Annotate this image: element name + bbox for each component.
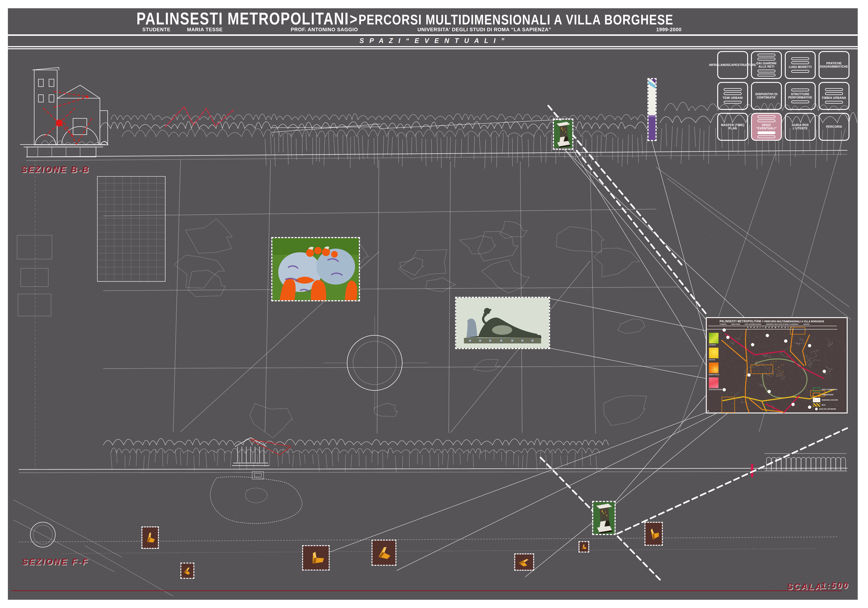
card-label: STRUTTURE PERFORMATIVE <box>787 93 813 99</box>
white-node-swatch <box>815 408 818 410</box>
legend-nodi-network: NODI DEL NETWORK <box>813 408 846 410</box>
index-card-pratiche-diagrammatiche: PRATICHE DIAGRAMMATICHE <box>818 51 849 79</box>
inset-banner: S P A Z I “ E V E N T U A L I ” <box>719 327 823 329</box>
index-card-luigi-moretti: LUIGI MORETTI <box>785 51 816 79</box>
credits-university: UNIVERSITA' DEGLI STUDI DI ROMA “LA SAPI… <box>417 27 551 33</box>
card-label: DISPOSITIVI DI CONTINUITA' <box>753 93 780 99</box>
festa-swatch <box>709 347 719 358</box>
card-label: LUIGI MORETTI <box>789 65 812 69</box>
card-pill <box>791 61 809 64</box>
golden-avatar-tile <box>302 545 330 571</box>
didattica-swatch <box>709 363 719 373</box>
index-card-percorsi: PERCORSI <box>818 113 849 141</box>
section-bb-label: SEZIONE B-B <box>21 164 90 174</box>
card-pill <box>758 135 775 138</box>
scale-value: 1:500 <box>821 580 849 590</box>
dotted-tile-swatch <box>813 398 820 402</box>
card-pill <box>791 57 809 60</box>
title-sub: PERCORSI MULTIDIMENSIONALI A VILLA BORGH… <box>358 12 674 27</box>
index-card-master-time-plan: MASTER [TIME] PLAN <box>717 113 748 141</box>
inset-rule2 <box>707 329 837 329</box>
esposizione-swatch <box>709 377 719 388</box>
green-outline-swatch <box>813 388 820 392</box>
scale-label: SCALA <box>787 582 823 591</box>
orange-outline-swatch <box>813 392 820 397</box>
card-pill <box>825 88 843 91</box>
banner-title: S P A Z I “ E V E N T U A L I ” <box>8 37 858 45</box>
title-main: PALINSESTI METROPOLITANI <box>136 9 349 28</box>
card-pill <box>758 115 775 118</box>
gradient-totem-photo <box>648 78 657 141</box>
legend-windows-avatars: WINDOWS AVATARS <box>813 398 846 402</box>
presentation-board-page: PALINSESTI METROPOLITANI > PERCORSI MULT… <box>0 0 868 608</box>
card-label: GUIDA PER L'UTENTE <box>787 124 813 130</box>
card-label: INFRALANDSCAPESTRUCTURE <box>709 64 756 67</box>
index-card-temi-urbani: TEMI URBANI <box>717 82 748 110</box>
card-label: MASTER [TIME] PLAN <box>719 124 746 130</box>
card-label: FIBBIA URBANA <box>822 96 846 99</box>
scale-underline <box>12 590 842 591</box>
legend-item-didattica: DIDATTICA <box>709 363 721 375</box>
index-card-guida-per-l-utente: GUIDA PER L'UTENTE <box>785 113 816 141</box>
card-pill <box>724 88 742 91</box>
section-bb-drawing <box>17 62 108 168</box>
card-pill <box>791 88 809 92</box>
card-pill <box>791 70 809 73</box>
index-card-dispositivi-di-continuita-: DISPOSITIVI DI CONTINUITA' <box>751 82 782 110</box>
card-label: TEMI URBANI <box>722 96 742 99</box>
golden-avatar-tile <box>180 563 194 579</box>
golden-avatar-tile <box>578 541 589 552</box>
card-pill <box>724 92 742 95</box>
inset-legend-themes: CORPO FESTA DIDATTICA ESPOSIZIONE <box>709 333 721 392</box>
golden-avatar-tile <box>141 526 159 549</box>
legend-item-corpo: CORPO <box>709 333 721 346</box>
legend-connessioni: CONNESSIONI <box>813 392 846 397</box>
inset-map-title: PALINSESTI METROPOLITANI > PERCORSI MULT… <box>719 320 824 323</box>
legend-rete-connettiva: RETE CONNETTIVA <box>813 388 846 392</box>
card-label: DAI GIARDINI ALLE RETI <box>753 62 780 68</box>
title-band: PALINSESTI METROPOLITANI > PERCORSI MULT… <box>8 8 858 34</box>
credits-year: 1999-2000 <box>656 27 682 33</box>
festival-crowd-photo <box>271 237 360 301</box>
card-label: SPAZI “EVENTUALI” <box>753 124 780 130</box>
card-pill <box>825 92 843 95</box>
poster: PALINSESTI METROPOLITANI > PERCORSI MULT… <box>8 8 858 600</box>
index-card-dai-giardini-alle-reti: DAI GIARDINI ALLE RETI <box>751 51 782 79</box>
card-pill <box>724 101 742 104</box>
page-title: PALINSESTI METROPOLITANI > PERCORSI MULT… <box>136 9 674 28</box>
north-label: N <box>707 410 709 412</box>
banner-rule-top <box>8 46 858 47</box>
banner-rule-bottom <box>8 48 858 49</box>
info-kiosk-photo-bottom <box>592 501 615 535</box>
credits-studente-name: MARIA TESSE <box>187 27 223 33</box>
legend-box: BOX <box>813 403 846 406</box>
title-arrow-icon: > <box>350 10 358 28</box>
legend-item-esposizione: ESPOSIZIONE <box>709 377 721 391</box>
inset-rule <box>708 326 837 326</box>
section-ff-label: SEZIONE F-F <box>22 557 89 567</box>
network-inset-map: PALINSESTI METROPOLITANI > PERCORSI MULT… <box>706 317 848 413</box>
card-pill <box>825 101 843 104</box>
golden-avatar-tile <box>372 540 396 566</box>
golden-avatar-tile <box>645 522 663 546</box>
index-card-strutture-performative: STRUTTURE PERFORMATIVE <box>785 82 816 110</box>
credits-studente-label: STUDENTE <box>143 27 170 33</box>
inset-legend-network: RETE CONNETTIVA CONNESSIONI WINDOWS AVAT… <box>813 388 846 411</box>
card-pill <box>758 70 775 72</box>
index-card-infralandscapestructure: INFRALANDSCAPESTRUCTURE <box>717 51 748 79</box>
card-pill <box>758 58 775 60</box>
card-pill <box>758 54 775 56</box>
credits-professor: PROF. ANTONINO SAGGIO <box>291 27 358 33</box>
card-pill <box>758 119 775 122</box>
legend-item-festa: FESTA <box>709 347 721 361</box>
index-card-fibbia-urbana: FIBBIA URBANA <box>818 82 849 110</box>
credits-row: STUDENTE MARIA TESSE PROF. ANTONINO SAGG… <box>8 27 858 34</box>
card-label: PRATICHE DIAGRAMMATICHE <box>820 62 848 68</box>
reclining-statue-photo <box>455 297 550 349</box>
corpo-swatch <box>709 333 719 343</box>
card-label: PERCORSI <box>826 125 842 129</box>
yellow-dash-swatch <box>813 403 820 406</box>
card-pill <box>791 101 809 103</box>
index-card-spazi-eventuali-: SPAZI “EVENTUALI” <box>751 113 782 141</box>
inset-map-credits: STUDENTE MARIA TESSE PROF. ANTONINO SAGG… <box>719 324 830 325</box>
